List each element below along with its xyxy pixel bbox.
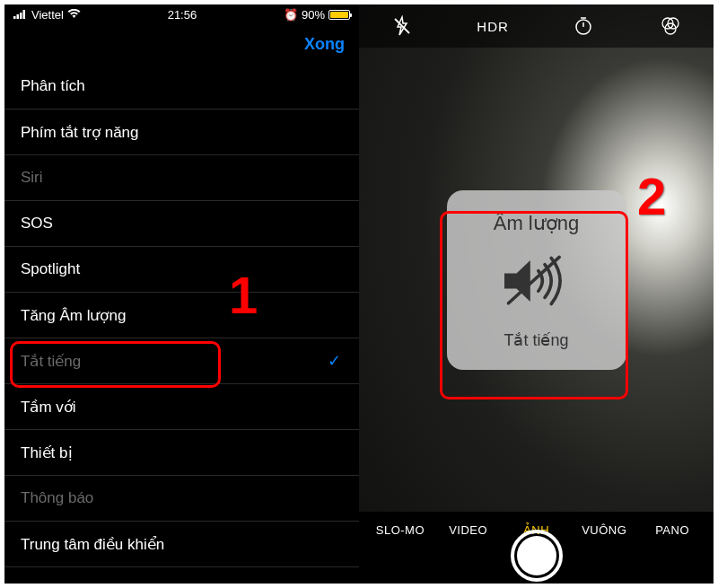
settings-item-label: Trung tâm điều khiển xyxy=(21,535,164,554)
settings-item[interactable]: Tắt tiếng✓ xyxy=(4,338,359,384)
settings-item[interactable]: Tăng Âm lượng xyxy=(4,293,359,338)
battery-percent: 90% xyxy=(302,8,325,22)
camera-mode[interactable]: VUÔNG xyxy=(570,523,638,537)
shutter-button[interactable] xyxy=(511,530,563,582)
signal-icon xyxy=(13,8,28,22)
settings-item-label: Phân tích xyxy=(21,77,85,95)
filters-icon[interactable] xyxy=(658,13,683,39)
camera-top-bar: HDR xyxy=(359,4,714,48)
settings-item-label: Phím tắt trợ năng xyxy=(21,123,139,142)
settings-item[interactable]: Phím tắt trợ năng xyxy=(4,110,359,155)
settings-item-label: Thiết bị xyxy=(21,443,73,462)
hdr-toggle[interactable]: HDR xyxy=(477,19,509,34)
svg-rect-2 xyxy=(20,13,22,19)
done-button[interactable]: Xong xyxy=(304,35,345,54)
camera-mode[interactable]: PANO xyxy=(638,523,706,537)
status-bar: Viettel 21:56 ⏰ 90% xyxy=(4,4,359,24)
battery-fill xyxy=(330,12,348,18)
settings-item-label: Thông báo xyxy=(21,489,93,507)
checkmark-icon: ✓ xyxy=(328,351,341,371)
settings-item-label: Tắt tiếng xyxy=(21,352,81,371)
settings-item-label: Siri xyxy=(21,169,43,187)
settings-item[interactable]: Siri xyxy=(4,155,359,201)
settings-item[interactable]: SOS xyxy=(4,201,359,247)
timer-icon[interactable] xyxy=(571,13,596,39)
svg-rect-1 xyxy=(17,14,20,19)
camera-bottom-bar xyxy=(359,548,714,584)
clock: 21:56 xyxy=(168,8,197,22)
settings-list[interactable]: Phân tíchPhím tắt trợ năngSiriSOSSpotlig… xyxy=(4,64,359,584)
battery-icon xyxy=(328,10,350,20)
settings-item[interactable]: Phân tích xyxy=(4,64,359,110)
wifi-icon xyxy=(67,8,81,22)
flash-off-icon[interactable] xyxy=(390,13,415,39)
settings-item[interactable]: Thiết bị xyxy=(4,430,359,476)
hud-title: Âm lượng xyxy=(494,212,579,235)
status-right: ⏰ 90% xyxy=(284,8,350,22)
nav-bar: Xong xyxy=(4,24,359,64)
status-left: Viettel xyxy=(13,8,81,22)
settings-item-label: SOS xyxy=(21,215,53,233)
settings-item[interactable]: Trung tâm điều khiển xyxy=(4,522,359,567)
camera-mode[interactable]: VIDEO xyxy=(434,523,503,537)
svg-rect-3 xyxy=(23,10,26,19)
settings-item-label: Tăng Âm lượng xyxy=(21,306,126,325)
svg-rect-0 xyxy=(13,16,16,19)
hud-subtitle: Tắt tiếng xyxy=(503,330,568,350)
settings-item[interactable]: Thông báo xyxy=(4,476,359,522)
camera-mode[interactable]: SLO-MO xyxy=(366,523,434,537)
camera-viewfinder[interactable]: Âm lượng Tắt tiếng xyxy=(359,48,714,512)
volume-hud: Âm lượng Tắt tiếng xyxy=(447,190,626,370)
settings-screen: Viettel 21:56 ⏰ 90% Xong Phân tíchPhím t… xyxy=(4,4,359,584)
carrier-label: Viettel xyxy=(31,8,64,22)
settings-item[interactable]: Tầm với xyxy=(4,384,359,430)
camera-screen: HDR Âm lượng Tắt tiếng SLO-MOVIDEOẢNHVUÔ… xyxy=(359,4,714,584)
alarm-icon: ⏰ xyxy=(284,8,298,22)
settings-item-label: Spotlight xyxy=(21,260,80,278)
settings-item-label: Tầm với xyxy=(21,398,76,417)
mute-icon xyxy=(496,250,577,316)
settings-item[interactable]: Spotlight xyxy=(4,247,359,293)
